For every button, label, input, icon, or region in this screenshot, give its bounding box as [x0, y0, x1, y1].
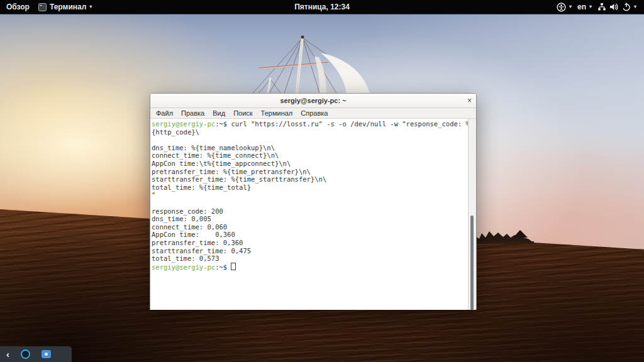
- accessibility-menu-button[interactable]: ▾: [557, 0, 572, 14]
- menu-item-file[interactable]: Файл: [156, 109, 173, 117]
- system-menu-button[interactable]: ▾: [597, 0, 636, 14]
- power-icon: [622, 3, 631, 11]
- terminal-line: AppCon time: 0,360: [152, 231, 468, 239]
- accessibility-icon: [557, 3, 566, 12]
- menu-item-view[interactable]: Вид: [213, 109, 225, 117]
- menu-bar: ФайлПравкаВидПоискТерминалСправка: [150, 108, 476, 119]
- terminal-lines: sergiy@sergiy-pc:~$ curl "https://losst.…: [152, 120, 468, 270]
- menu-item-terminal[interactable]: Терминал: [261, 109, 293, 117]
- terminal-window: sergiy@sergiy-pc: ~ × ФайлПравкаВидПоиск…: [150, 93, 477, 310]
- chevron-down-icon: ▾: [89, 4, 92, 9]
- chevron-down-icon: ▾: [634, 4, 636, 9]
- menu-item-help[interactable]: Справка: [301, 109, 328, 117]
- close-button[interactable]: ×: [467, 94, 472, 107]
- chevron-down-icon: ▾: [569, 4, 572, 9]
- app-menu-button[interactable]: Терминал ▾: [38, 0, 92, 14]
- terminal-line: ": [152, 191, 468, 199]
- terminal-line: pretransfer_time: 0,360: [152, 239, 468, 247]
- terminal-line: dns_time: %{time_namelookup}\n\: [152, 144, 468, 152]
- terminal-line: [152, 199, 468, 207]
- terminal-screen[interactable]: sergiy@sergiy-pc:~$ curl "https://losst.…: [150, 119, 476, 310]
- terminal-line: connect_time: %{time_connect}\n\: [152, 151, 468, 160]
- volume-icon: [609, 3, 619, 11]
- desktop: Обзор Терминал ▾ Пятница, 12:34 ▾: [0, 0, 644, 362]
- collapse-chevron-icon[interactable]: ‹: [6, 349, 9, 359]
- terminal-line: starttransfer_time: 0,475: [152, 247, 468, 255]
- screen-record-icon[interactable]: [21, 349, 30, 359]
- menu-item-edit[interactable]: Правка: [181, 109, 204, 117]
- clock-button[interactable]: Пятница, 12:34: [294, 3, 350, 11]
- chevron-down-icon: ▾: [589, 4, 592, 9]
- language-label: en: [577, 3, 586, 11]
- top-bar: Обзор Терминал ▾ Пятница, 12:34 ▾: [0, 0, 644, 14]
- network-wired-icon: [597, 3, 606, 11]
- window-title: sergiy@sergiy-pc: ~: [280, 97, 346, 104]
- terminal-line: AppCon time:\t%{time_appconnect}\n\: [152, 160, 468, 168]
- terminal-cursor: [231, 263, 236, 270]
- terminal-line: dns_time: 0,005: [152, 215, 468, 223]
- terminal-line: total_time: 0,573: [152, 255, 468, 263]
- terminal-line: {http_code}\: [152, 128, 468, 136]
- terminal-line: sergiy@sergiy-pc:~$ curl "https://losst.…: [152, 120, 468, 128]
- terminal-line: starttransfer_time: %{time_starttransfer…: [152, 175, 468, 184]
- screenshot-camera-icon[interactable]: [42, 350, 51, 358]
- corner-dock: ‹: [0, 346, 72, 362]
- terminal-line: pretransfer_time: %{time_pretransfer}\n\: [152, 168, 468, 176]
- scrollbar[interactable]: [468, 119, 476, 310]
- scrollbar-thumb[interactable]: [470, 216, 474, 310]
- terminal-line: total_time: %{time_total}: [152, 184, 468, 192]
- app-menu-label: Терминал: [50, 3, 86, 11]
- window-title-bar[interactable]: sergiy@sergiy-pc: ~ ×: [150, 94, 476, 108]
- menu-item-search[interactable]: Поиск: [233, 109, 252, 117]
- terminal-line: connect_time: 0,060: [152, 223, 468, 231]
- terminal-line: response_code: 200: [152, 207, 468, 216]
- terminal-line: sergiy@sergiy-pc:~$: [152, 263, 468, 271]
- language-menu-button[interactable]: en ▾: [577, 0, 592, 14]
- terminal-line: [152, 136, 468, 144]
- activities-button[interactable]: Обзор: [6, 0, 30, 14]
- terminal-app-icon: [38, 3, 47, 11]
